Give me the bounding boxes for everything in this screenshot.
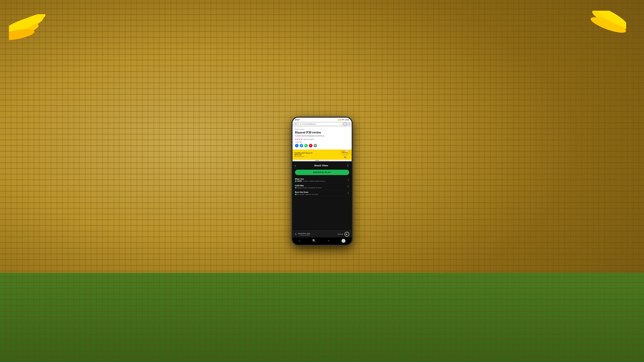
play-icon: ▶ — [346, 233, 348, 235]
ad-terms: Terms apply — [342, 154, 348, 155]
browser-menu-button[interactable]: ⋮ — [348, 122, 350, 125]
track-more-button[interactable]: ⋮ — [347, 178, 349, 181]
home-icon: ⌂ — [295, 123, 296, 125]
track-info: Collie Man Slightly Stoopid • Everything… — [295, 185, 347, 189]
ad-nav-arrow[interactable]: › — [350, 154, 351, 156]
browser-chrome: ⌂ 🔒 is://www.techradar.com 7 ⋮ — [292, 122, 352, 127]
track-name: What I Got — [295, 178, 347, 180]
now-playing-bar[interactable]: ∧ hainsmokers, Daya 📱 Devices Available … — [292, 230, 352, 237]
spotify-bottom-navigation: ⌂ 🔍 ≡ — [292, 237, 352, 245]
carrier-label: giffgaff — [295, 119, 300, 120]
email-share-icon[interactable]: ✉ — [314, 144, 317, 147]
explicit-badge: ● — [295, 180, 296, 182]
profile-avatar — [342, 239, 346, 243]
spotify-nav-library[interactable]: ≡ — [328, 239, 330, 242]
progress-dot-2 — [320, 160, 324, 161]
star-rating: ★★★★ — [295, 138, 303, 140]
ad-buy-now-button[interactable]: Buy Now! — [340, 151, 350, 154]
article-subtitle: Huawei's latest photography powerhouse — [295, 135, 349, 137]
ad-offer-text: Offer ends 30th April — [294, 156, 312, 157]
device-icon: 📱 — [298, 234, 300, 236]
track-item[interactable]: What I Got ● EXPLICIT Sublime • Sublime … — [292, 177, 352, 183]
twitter-share-icon[interactable]: 𝕥 — [300, 144, 303, 147]
menu-dots-icon: ⋮ — [348, 123, 350, 125]
spotify-nav-home[interactable]: ⌂ — [298, 239, 300, 242]
facebook-share-icon[interactable]: f — [295, 144, 298, 147]
track-meta: Ben Harper • Fight For Your Mind — [295, 194, 347, 195]
tabs-count: 7 — [345, 123, 346, 125]
spotify-nav-search[interactable]: 🔍 — [312, 239, 316, 242]
track-more-button[interactable]: ⋮ — [347, 192, 349, 195]
web-content-area: Mobile phones Huawei P30 review Huawei's… — [292, 127, 352, 150]
lock-icon: 🔒 — [300, 123, 302, 125]
browser-toolbar: ⌂ 🔒 is://www.techradar.com 7 ⋮ — [292, 122, 352, 127]
track-name: Collie Man — [295, 185, 347, 187]
ad-cta-area: Buy Now! Terms apply 🎉 — [340, 151, 350, 159]
progress-indicator — [292, 160, 352, 161]
track-meta: ● EXPLICIT Sublime • Sublime (Explicit V… — [295, 180, 347, 182]
now-playing-play-button[interactable]: ▶ — [344, 232, 349, 237]
track-name: Burn One Down — [295, 191, 347, 193]
search-nav-icon: 🔍 — [312, 239, 316, 242]
spotify-more-button[interactable]: ⋮ — [346, 164, 349, 167]
track-artist-album: Ben Harper • Fight For Your Mind — [297, 194, 318, 195]
notification-icons: 🔔 📶 — [338, 119, 341, 120]
url-text: is://www.techradar.com — [302, 123, 316, 125]
now-playing-device: 📱 Devices Available — [298, 234, 336, 236]
track-artist-album: Sublime • Sublime (Explicit Version) — [303, 180, 325, 182]
article-author: By Tom Bedford — [304, 138, 314, 140]
browser-url-bar[interactable]: 🔒 is://www.techradar.com — [298, 122, 342, 125]
spotify-playlist-title: Beach Vibes — [314, 164, 328, 167]
social-share-icons: f 𝕥 W P ✉ — [295, 144, 349, 147]
ad-subline: SAVE £120 — [294, 154, 312, 156]
library-nav-icon: ≡ — [328, 239, 330, 242]
phone-screen: giffgaff 🔔 📶 56% 10:51 ⌂ 🔒 is://www.tech… — [292, 118, 352, 245]
green-dot-icon — [295, 187, 296, 189]
explicit-label: EXPLICIT — [297, 180, 302, 182]
ad-close-button[interactable]: ✕ — [346, 150, 348, 152]
ad-headline: THE BRILLIANT iPhone XS — [294, 152, 312, 154]
track-artist-album: Slightly Stoopid • Everything You Need — [297, 187, 322, 189]
spotify-back-button[interactable]: ‹ — [295, 163, 296, 168]
ad-banner[interactable]: THE BRILLIANT iPhone XS SAVE £120 Offer … — [292, 150, 352, 160]
progress-dot-1 — [315, 160, 320, 161]
green-circle-icon: ● — [295, 181, 296, 182]
track-info: What I Got ● EXPLICIT Sublime • Sublime … — [295, 178, 347, 182]
track-info: Burn One Down Ben Harper • Fight For You… — [295, 191, 347, 195]
now-playing-track-name: Don't Le — [338, 233, 343, 235]
track-item[interactable]: Collie Man Slightly Stoopid • Everything… — [292, 183, 352, 190]
battery-level: 56% — [342, 119, 344, 120]
pinterest-share-icon[interactable]: P — [309, 144, 312, 147]
track-list: What I Got ● EXPLICIT Sublime • Sublime … — [292, 177, 352, 230]
shuffle-play-button[interactable]: SHUFFLE PLAY — [295, 170, 349, 175]
article-title: Huawei P30 review — [295, 131, 349, 134]
left-banana-decoration — [9, 14, 59, 47]
ad-content: THE BRILLIANT iPhone XS SAVE £120 Offer … — [294, 152, 312, 157]
time-display: 10:51 — [345, 119, 349, 121]
back-icon: ‹ — [295, 163, 296, 167]
progress-dot-3 — [325, 160, 329, 161]
track-more-button[interactable]: ⋮ — [347, 185, 349, 188]
article-meta: ★★★★ By Tom Bedford — [295, 138, 349, 140]
track-meta: Slightly Stoopid • Everything You Need — [295, 187, 347, 189]
home-nav-icon: ⌂ — [298, 239, 300, 242]
track-item[interactable]: Burn One Down Ben Harper • Fight For You… — [292, 190, 352, 197]
spotify-section: ‹ Beach Vibes ⋮ SHUFFLE PLAY What I Got — [292, 161, 352, 245]
article-category: Mobile phones — [295, 128, 349, 130]
status-right-area: 🔔 📶 56% 10:51 — [338, 119, 349, 121]
spotify-playlist-header: ‹ Beach Vibes ⋮ — [292, 161, 352, 169]
right-banana-decoration — [582, 11, 626, 40]
whatsapp-share-icon[interactable]: W — [304, 144, 308, 147]
now-playing-expand-icon[interactable]: ∧ — [295, 233, 296, 235]
phone-frame: giffgaff 🔔 📶 56% 10:51 ⌂ 🔒 is://www.tech… — [292, 117, 352, 245]
green-dot-icon — [295, 194, 296, 195]
spotify-nav-profile[interactable] — [342, 239, 346, 243]
browser-home-button[interactable]: ⌂ — [294, 122, 297, 126]
ad-emoji: 🎉 — [344, 156, 347, 159]
now-playing-artist: hainsmokers, Daya — [298, 233, 336, 234]
status-bar: giffgaff 🔔 📶 56% 10:51 — [292, 118, 352, 122]
browser-tabs-button[interactable]: 7 — [344, 122, 347, 126]
now-playing-info: hainsmokers, Daya 📱 Devices Available — [298, 233, 336, 236]
more-dots-icon: ⋮ — [346, 164, 349, 167]
article-date: 3 days ago — [295, 141, 349, 143]
